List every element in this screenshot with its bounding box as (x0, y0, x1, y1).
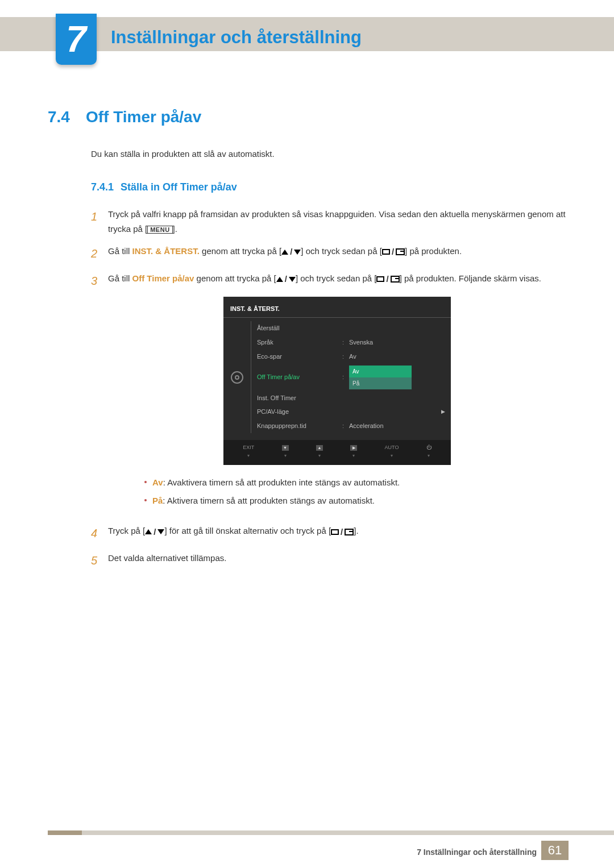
step-5: 5 Det valda alternativet tillämpas. (91, 551, 566, 570)
step-text: ] på produkten. (405, 246, 462, 256)
osd-footer-auto: AUTO (385, 443, 399, 460)
bullet-dot-icon (144, 481, 147, 483)
osd-label: Eco-spar (257, 351, 342, 362)
osd-label: Off Timer på/av (257, 372, 342, 383)
select-enter-icon: / (376, 272, 399, 286)
page-number: 61 (541, 841, 569, 860)
step-number: 5 (91, 551, 108, 570)
section-number: 7.4 (48, 108, 70, 126)
osd-footer-right-icon: ▶ (350, 443, 357, 460)
step-4: 4 Tryck på [/] för att gå till önskat al… (91, 524, 566, 543)
osd-row: Inst. Off Timer (257, 391, 451, 405)
bullet-list: Av: Avaktivera timern så att produkten i… (144, 475, 566, 508)
bullet-text: : Avaktivera timern så att produkten int… (163, 477, 400, 487)
bullet-label: Av (152, 477, 163, 487)
osd-label: Återställ (257, 323, 342, 334)
osd-category-icon (223, 321, 251, 433)
subsection-heading: 7.4.1Ställa in Off Timer på/av (91, 181, 566, 193)
step-text: ] på produkten. Följande skärm visas. (400, 273, 541, 283)
footer-text: 7 Inställningar och återställning (417, 848, 537, 857)
step-text: ]. (173, 224, 177, 234)
bullet-label: På (152, 496, 163, 505)
step-1: 1 Tryck på valfri knapp på framsidan av … (91, 207, 566, 236)
menu-key-icon: MENU (147, 226, 172, 234)
footer-bar (48, 830, 614, 835)
osd-row: Knappupprepn.tid:Acceleration (257, 419, 451, 433)
osd-footer: EXIT ▼ ▲ ▶ AUTO ⏻ (223, 440, 451, 466)
osd-dropdown: Av På (349, 366, 412, 389)
step-body: Gå till Off Timer på/av genom att trycka… (108, 271, 566, 516)
subsection-title: Ställa in Off Timer på/av (121, 181, 237, 193)
bullet-item: Av: Avaktivera timern så att produkten i… (144, 475, 566, 490)
osd-row: Eco-spar:Av (257, 350, 451, 364)
steps-list: 1 Tryck på valfri knapp på framsidan av … (91, 207, 566, 570)
osd-label: Inst. Off Timer (257, 393, 342, 404)
footer-accent (48, 830, 82, 835)
page-content: 7.4 Off Timer på/av Du kan ställa in pro… (48, 108, 566, 578)
subsection-number: 7.4.1 (91, 181, 114, 193)
up-down-icon: / (281, 244, 301, 259)
step-number: 1 (91, 207, 108, 236)
osd-row: Återställ (257, 321, 451, 335)
step-body: Det valda alternativet tillämpas. (108, 551, 566, 570)
step-text: Gå till (108, 246, 132, 256)
osd-row: PC/AV-läge▶ (257, 405, 451, 419)
dropdown-option-selected: Av (349, 366, 412, 377)
step-number: 3 (91, 271, 108, 516)
select-enter-icon: / (382, 244, 405, 259)
highlight-text: INST. & ÅTERST. (132, 246, 200, 256)
section-heading: 7.4 Off Timer på/av (48, 108, 566, 126)
osd-screenshot: INST. & ÅTERST. Återställ Språk:Svenska … (223, 297, 451, 466)
step-number: 2 (91, 244, 108, 263)
osd-footer-exit: EXIT (243, 443, 254, 460)
step-2: 2 Gå till INST. & ÅTERST. genom att tryc… (91, 244, 566, 263)
step-text: ] och tryck sedan på [ (301, 246, 382, 256)
up-down-icon: / (145, 525, 164, 539)
step-text: genom att trycka på [ (200, 246, 281, 256)
select-enter-icon: / (331, 525, 354, 539)
bullet-text: : Aktivera timern så att produkten stäng… (163, 496, 375, 505)
osd-value: Svenska (349, 337, 451, 348)
osd-title: INST. & ÅTERST. (223, 301, 451, 318)
step-text: ] för att gå till önskat alternativ och … (164, 526, 331, 535)
osd-label: PC/AV-läge (257, 406, 342, 417)
step-body: Tryck på [/] för att gå till önskat alte… (108, 524, 566, 543)
bullet-dot-icon (144, 499, 147, 501)
step-3: 3 Gå till Off Timer på/av genom att tryc… (91, 271, 566, 516)
chapter-title: Inställningar och återställning (111, 27, 362, 48)
osd-footer-up-icon: ▲ (316, 443, 323, 460)
osd-row: Språk:Svenska (257, 335, 451, 350)
step-text: Gå till (108, 273, 132, 283)
osd-footer-power-icon: ⏻ (426, 443, 432, 460)
chevron-right-icon: ▶ (441, 408, 445, 416)
osd-footer-down-icon: ▼ (282, 443, 289, 460)
osd-value: Acceleration (349, 421, 451, 431)
osd-label: Knappupprepn.tid (257, 421, 342, 431)
step-text: ] och tryck sedan på [ (296, 273, 377, 283)
step-text: ]. (354, 526, 358, 535)
highlight-text: Off Timer på/av (132, 273, 194, 283)
step-text: genom att trycka på [ (194, 273, 276, 283)
dropdown-option: På (349, 377, 412, 389)
bullet-item: På: Aktivera timern så att produkten stä… (144, 493, 566, 508)
section-intro: Du kan ställa in produkten att slå av au… (91, 149, 566, 159)
chapter-badge: 7 (56, 14, 97, 65)
step-body: Tryck på valfri knapp på framsidan av pr… (108, 207, 566, 236)
osd-label: Språk (257, 337, 342, 348)
osd-row-selected: Off Timer på/av: Av På (257, 364, 451, 391)
osd-body: Återställ Språk:Svenska Eco-spar:Av Off … (223, 318, 451, 436)
section-title: Off Timer på/av (86, 108, 201, 126)
osd-menu-list: Återställ Språk:Svenska Eco-spar:Av Off … (251, 321, 451, 433)
up-down-icon: / (276, 272, 296, 286)
step-body: Gå till INST. & ÅTERST. genom att trycka… (108, 244, 566, 263)
gear-icon (231, 371, 243, 384)
step-number: 4 (91, 524, 108, 543)
osd-value: Av (349, 351, 451, 362)
step-text: Tryck på [ (108, 526, 145, 535)
